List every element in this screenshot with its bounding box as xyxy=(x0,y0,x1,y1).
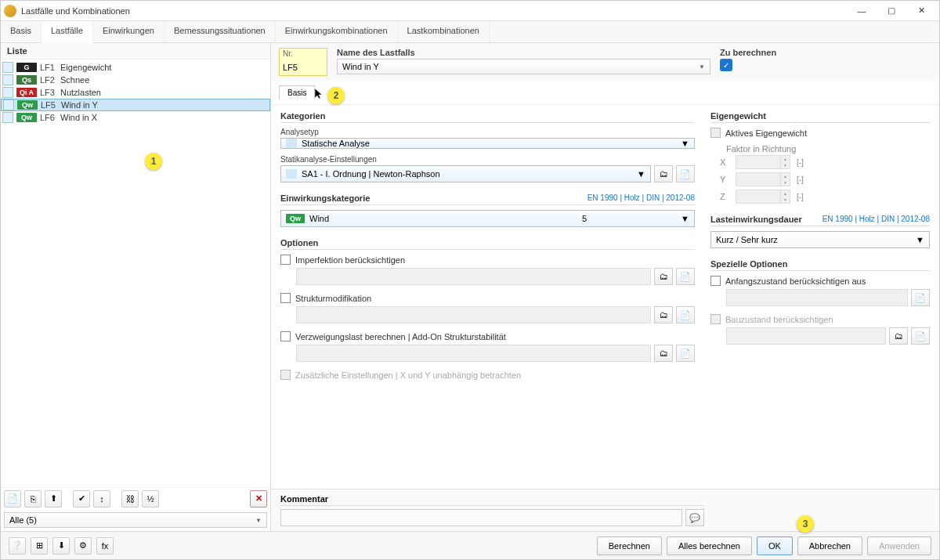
option-btn2[interactable]: 📄 xyxy=(676,306,695,323)
filter-value: Alle (5) xyxy=(9,515,37,525)
category-tag: Qw xyxy=(16,113,37,122)
aktiv-eigengewicht-checkbox[interactable] xyxy=(710,128,721,138)
aktiv-eigengewicht-label: Aktives Eigengewicht xyxy=(725,128,807,138)
analysetyp-label: Analysetyp xyxy=(280,128,695,136)
list-checkbox[interactable] xyxy=(2,87,13,98)
help-icon[interactable]: ❔ xyxy=(9,537,26,555)
spez-checkbox[interactable] xyxy=(710,276,721,286)
alles-berechnen-button[interactable]: Alles berechnen xyxy=(667,537,752,555)
axis-Z-spinner: ▲▼ xyxy=(736,190,790,204)
sae-select[interactable]: SA1 - I. Ordnung | Newton-Raphson ▼ xyxy=(280,165,651,182)
anwenden-button[interactable]: Anwenden xyxy=(867,537,931,555)
category-tag: Qi A xyxy=(16,88,37,97)
tool1-icon[interactable]: ⊞ xyxy=(31,537,48,555)
new-icon[interactable]: 📄 xyxy=(4,490,21,508)
option-btn1[interactable]: 🗂 xyxy=(654,306,673,323)
list-item[interactable]: Qs LF2 Schnee xyxy=(1,74,270,86)
option-checkbox[interactable] xyxy=(280,255,291,265)
list-checkbox[interactable] xyxy=(2,74,13,85)
option-input xyxy=(296,268,651,285)
analysetyp-select[interactable]: Statische Analyse ▼ xyxy=(280,138,695,149)
lf-name: Eigengewicht xyxy=(60,63,269,72)
lf-number: LF1 xyxy=(40,63,57,72)
option-label: Zusätzliche Einstellungen | X und Y unab… xyxy=(295,370,521,380)
chevron-down-icon: ▼ xyxy=(681,214,689,223)
spez-btn1[interactable]: 📄 xyxy=(911,327,930,345)
axis-label: Y xyxy=(720,175,729,184)
option-checkbox[interactable] xyxy=(280,331,291,341)
einwirk-standard[interactable]: EN 1990 | Holz | DIN | 2012-08 xyxy=(588,193,695,203)
option-label: Imperfektion berücksichtigen xyxy=(295,255,405,265)
lf-number: LF6 xyxy=(40,113,57,122)
list-item[interactable]: Qw LF6 Wind in X xyxy=(1,111,270,124)
section-lasteinw: Lasteinwirkungsdauer EN 1990 | Holz | DI… xyxy=(710,215,930,226)
lf-name: Wind in X xyxy=(60,113,269,122)
sae-new-button[interactable]: 📄 xyxy=(676,165,695,182)
import-icon[interactable]: ⬆ xyxy=(45,490,62,508)
list-checkbox[interactable] xyxy=(2,112,13,123)
minimize-button[interactable]: — xyxy=(847,1,877,21)
section-eigengewicht: Eigengewicht xyxy=(710,111,930,123)
kommentar-button[interactable]: 💬 xyxy=(685,509,704,526)
abbrechen-button[interactable]: Abbrechen xyxy=(797,537,862,555)
lasteinw-select[interactable]: Kurz / Sehr kurz ▼ xyxy=(710,231,930,248)
section-optionen: Optionen xyxy=(280,238,695,250)
list-toolbar: 📄 ⎘ ⬆ ✔ ↕ ⛓ ½ ✕ xyxy=(1,487,270,509)
tab-einwirkungskombinationen[interactable]: Einwirkungskombinationen xyxy=(276,21,398,42)
tool4-icon[interactable]: fx xyxy=(96,537,114,555)
chevron-down-icon: ▼ xyxy=(916,235,924,244)
einwirk-select[interactable]: Qw Wind 5 ▼ xyxy=(280,210,695,227)
calc-label: Zu berechnen xyxy=(720,48,931,57)
maximize-button[interactable]: ▢ xyxy=(877,1,906,21)
option-input xyxy=(296,345,651,362)
nr-value[interactable]: LF5 xyxy=(280,59,327,75)
option-btn2[interactable]: 📄 xyxy=(676,268,695,285)
spez-checkbox xyxy=(710,314,721,324)
subtab-basis[interactable]: Basis xyxy=(279,85,315,99)
ok-button[interactable]: OK xyxy=(757,537,793,555)
spez-btn1[interactable]: 📄 xyxy=(911,289,930,306)
chain-icon[interactable]: ⛓ xyxy=(121,490,139,508)
tab-lastfälle[interactable]: Lastfälle xyxy=(42,21,93,43)
tool3-icon[interactable]: ⚙ xyxy=(74,537,92,555)
filter-combo[interactable]: Alle (5) ▼ xyxy=(4,512,267,528)
tab-lastkombinationen[interactable]: Lastkombinationen xyxy=(398,21,490,42)
close-button[interactable]: ✕ xyxy=(906,1,936,21)
option-btn1[interactable]: 🗂 xyxy=(654,268,673,285)
lf-number: LF3 xyxy=(40,88,57,97)
category-tag: G xyxy=(16,63,37,72)
lasteinw-standard[interactable]: EN 1990 | Holz | DIN | 2012-08 xyxy=(822,215,930,224)
category-tag: Qs xyxy=(16,75,37,85)
tool2-icon[interactable]: ⬇ xyxy=(52,537,70,555)
axis-unit: [-] xyxy=(797,158,804,167)
spez-btn0[interactable]: 🗂 xyxy=(889,327,908,345)
list-item[interactable]: G LF1 Eigengewicht xyxy=(1,61,270,74)
check-icon[interactable]: ✔ xyxy=(73,490,90,508)
berechnen-button[interactable]: Berechnen xyxy=(597,537,662,555)
name-combo[interactable]: Wind in Y ▼ xyxy=(337,59,710,74)
number-icon[interactable]: ½ xyxy=(142,490,159,508)
tab-basis[interactable]: Basis xyxy=(1,21,42,42)
axis-unit: [-] xyxy=(797,175,804,184)
delete-button[interactable]: ✕ xyxy=(250,490,267,508)
tab-einwirkungen[interactable]: Einwirkungen xyxy=(93,21,164,42)
chevron-down-icon: ▼ xyxy=(637,169,645,179)
chevron-down-icon: ▼ xyxy=(699,63,705,70)
axis-Y-spinner: ▲▼ xyxy=(736,172,790,186)
option-checkbox[interactable] xyxy=(280,293,291,303)
list-checkbox[interactable] xyxy=(3,99,14,110)
list-checkbox[interactable] xyxy=(2,62,13,73)
list-item[interactable]: Qi A LF3 Nutzlasten xyxy=(1,86,270,99)
sort-icon[interactable]: ↕ xyxy=(93,490,110,508)
kommentar-input[interactable] xyxy=(280,509,682,526)
right-panel: Nr. LF5 Name des Lastfalls Wind in Y ▼ Z… xyxy=(271,43,939,531)
option-btn1[interactable]: 🗂 xyxy=(654,345,673,362)
option-btn2[interactable]: 📄 xyxy=(676,345,695,362)
tab-bemessungssituationen[interactable]: Bemessungssituationen xyxy=(164,21,276,42)
sae-edit-button[interactable]: 🗂 xyxy=(654,165,673,182)
list-item[interactable]: Qw LF5 Wind in Y xyxy=(1,99,270,111)
spez-input xyxy=(726,327,886,345)
copy-icon[interactable]: ⎘ xyxy=(24,490,42,508)
chevron-down-icon: ▼ xyxy=(255,517,262,524)
calculate-checkbox[interactable]: ✓ xyxy=(720,59,732,71)
